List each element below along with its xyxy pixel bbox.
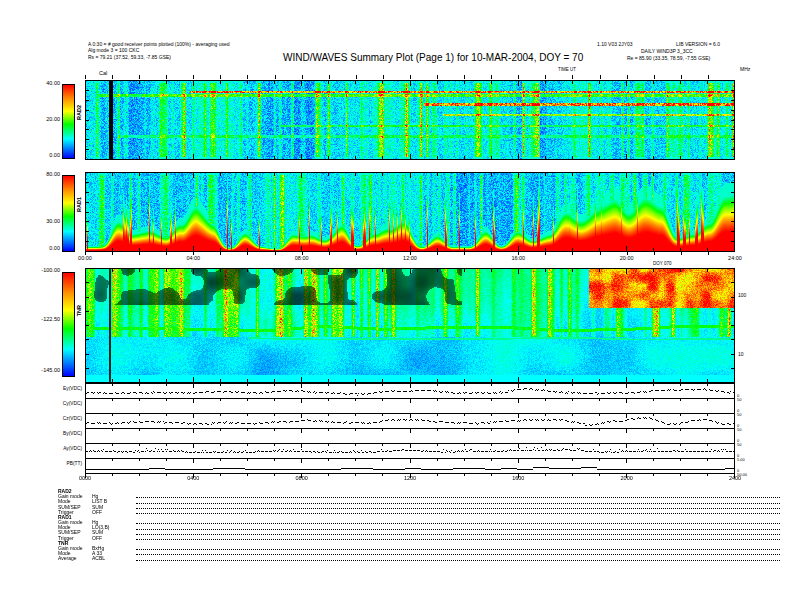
bottom-tick-label: 2000 [612, 475, 642, 481]
doy-label: DOY 070 [653, 262, 671, 267]
spacecraft-position-start: Rs = 79.21 (37.52, 59.33, -7.85 GSE) [88, 55, 171, 60]
bottom-tick-label: 0400 [178, 475, 208, 481]
line-panel-right-scale: 050 [737, 439, 761, 447]
rad2-colorbar-tick: 40.00 [22, 81, 60, 87]
frequency-unit-label: MHz [740, 67, 750, 72]
time-tick-label: 16:00 [503, 255, 533, 261]
rad1-spectrogram-canvas [85, 172, 735, 252]
rad1-panel-label: RAD1 [76, 197, 82, 212]
status-label: Average [58, 556, 92, 561]
line-panel-label: Ay(VDC) [50, 447, 82, 452]
line-panel-label: Cy(VDC) [50, 402, 82, 407]
status-dotted-leader [136, 554, 780, 555]
bottom-tick-label: 1200 [395, 475, 425, 481]
line-panel-right-scale: 050 [737, 424, 761, 432]
rad2-colorbar [62, 84, 75, 159]
dc-line-panels-canvas [85, 383, 735, 478]
time-tick-label: 08:00 [287, 255, 317, 261]
status-row: AverageACBL [58, 556, 780, 561]
status-value: OFF [92, 510, 136, 515]
scale-bottom: 50 [737, 398, 761, 402]
page-title: WIND/WAVES Summary Plot (Page 1) for 10-… [283, 53, 583, 63]
tnr-colorbar-tick: -100.00 [22, 268, 60, 274]
spacecraft-position-end: Re = 85.90 (33.35, 78.59, -7.55 GSE) [627, 56, 710, 61]
tnr-panel-label: TNR [76, 305, 82, 316]
line-panel-right-scale: 050 [737, 409, 761, 417]
tnr-right-tick-10: 10 [738, 352, 744, 357]
rad1-colorbar [62, 175, 75, 252]
top-axis-ticks [85, 75, 735, 79]
status-dotted-leader [136, 529, 780, 530]
rad2-colorbar-tick: 20.00 [22, 117, 60, 123]
header-left-line2: Alg mode 3 = 100 CKC [88, 48, 139, 53]
rad2-spectrogram-canvas [85, 80, 735, 160]
bottom-tick-label: 1600 [503, 475, 533, 481]
wind-waves-summary-plot: A 0:30 = # good receiver points plotted … [0, 0, 792, 612]
status-dotted-leader [136, 523, 780, 524]
time-tick-label: 12:00 [395, 255, 425, 261]
time-tick-label: 04:00 [178, 255, 208, 261]
line-panel-label: Ey(VDC) [50, 387, 82, 392]
status-value: OFF [92, 536, 136, 541]
header-right-version: 1.10 V03 2JY03 [597, 42, 633, 47]
tnr-spectrogram-canvas [85, 268, 735, 383]
rad1-colorbar-tick: 30.00 [22, 219, 60, 225]
scale-bottom: 50 [737, 428, 761, 432]
status-dotted-leader [136, 497, 780, 498]
rad1-colorbar-tick: 80.00 [22, 172, 60, 178]
line-panel-right-scale: 050 [737, 394, 761, 402]
rad2-panel-label: RAD2 [76, 105, 82, 120]
tnr-colorbar [62, 272, 75, 377]
header-right-lib: LIB VERSION = 6.0 [676, 42, 720, 47]
rad1-colorbar-tick: 0.00 [22, 246, 60, 252]
scale-bottom: 5.00 [737, 458, 761, 462]
line-panel-label: PB(TT) [50, 462, 82, 467]
bottom-tick-label: 2400 [720, 475, 750, 481]
tnr-right-tick-100: 100 [738, 293, 746, 298]
instrument-status-block: RAD2Gain modeHgModeLIST BSUM/SEPSUMTrigg… [58, 489, 780, 562]
status-dotted-leader [136, 513, 780, 514]
status-dotted-leader [136, 549, 780, 550]
time-tick-label: 24:00 [720, 255, 750, 261]
bottom-tick-label: 0000 [70, 475, 100, 481]
status-dotted-leader [136, 560, 780, 561]
line-panel-label: By(VDC) [50, 432, 82, 437]
bottom-tick-label: 0800 [287, 475, 317, 481]
header-right-daily: DAILY WIND3P 3_3CC [641, 49, 693, 54]
time-tick-label: 20:00 [612, 255, 642, 261]
line-panel-right-scale: 05.00 [737, 454, 761, 462]
scale-bottom: 50 [737, 413, 761, 417]
time-axis-label: TIME UT [558, 68, 576, 73]
tnr-colorbar-tick: -145.00 [22, 368, 60, 374]
status-dotted-leader [136, 539, 780, 540]
rad2-colorbar-tick: 0.00 [22, 153, 60, 159]
status-dotted-leader [136, 503, 780, 504]
status-value: ACBL [92, 556, 136, 561]
scale-bottom: 50 [737, 443, 761, 447]
line-panel-label: Cz(VDC) [50, 417, 82, 422]
status-dotted-leader [136, 534, 780, 535]
tnr-colorbar-tick: -122.50 [22, 317, 60, 323]
status-dotted-leader [136, 508, 780, 509]
time-tick-label: 00:00 [70, 255, 100, 261]
